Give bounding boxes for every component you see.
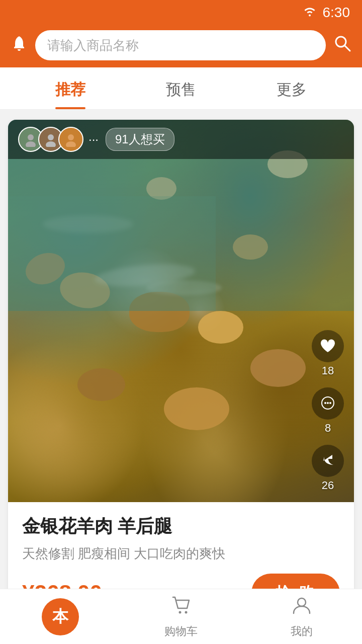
bell-icon[interactable]	[10, 34, 28, 56]
avatar-3	[58, 127, 83, 152]
bottom-nav: 本 购物车 我的	[0, 589, 362, 644]
like-button[interactable]: 18	[312, 330, 344, 377]
like-count: 18	[322, 364, 334, 377]
nav-cart[interactable]: 购物车	[121, 594, 241, 639]
nav-tabs: 推荐 预售 更多	[0, 67, 362, 110]
svg-point-12	[179, 611, 182, 614]
product-title: 金银花羊肉 羊后腿	[22, 514, 340, 539]
comment-icon	[312, 387, 344, 420]
svg-point-4	[48, 134, 54, 140]
svg-line-1	[345, 46, 350, 51]
svg-point-7	[66, 141, 76, 147]
wifi-icon	[303, 6, 317, 20]
search-icon[interactable]	[333, 34, 352, 57]
product-image	[8, 120, 354, 502]
profile-icon	[291, 594, 313, 621]
cart-label: 购物车	[164, 624, 198, 639]
cart-icon	[170, 594, 192, 621]
profile-label: 我的	[291, 624, 313, 639]
search-bar[interactable]: 请输入商品名称	[35, 30, 326, 60]
svg-point-5	[46, 141, 56, 147]
svg-point-10	[327, 402, 329, 404]
heart-icon	[312, 330, 344, 362]
svg-point-14	[298, 598, 306, 606]
top-overlay: ··· 91人想买	[8, 120, 354, 159]
comment-count: 8	[325, 422, 331, 435]
svg-point-6	[68, 134, 74, 140]
svg-point-13	[185, 611, 188, 614]
svg-point-11	[329, 402, 331, 404]
product-description: 天然修割 肥瘦相间 大口吃肉的爽快	[22, 545, 340, 562]
avatar-group	[18, 127, 83, 152]
share-count: 26	[322, 479, 334, 492]
right-actions: 18 8	[312, 330, 344, 492]
share-icon	[312, 445, 344, 477]
tab-presale[interactable]: 预售	[126, 67, 236, 109]
more-dots-icon: ···	[88, 132, 99, 146]
media-container: ··· 91人想买 18	[8, 120, 354, 502]
svg-point-3	[26, 141, 36, 147]
main-content: ··· 91人想买 18	[0, 110, 362, 634]
tab-more[interactable]: 更多	[236, 67, 347, 109]
comment-button[interactable]: 8	[312, 387, 344, 435]
svg-point-2	[28, 134, 34, 140]
product-card: ··· 91人想买 18	[8, 120, 354, 624]
home-icon: 本	[42, 598, 79, 635]
want-buy-badge[interactable]: 91人想买	[106, 128, 174, 151]
nav-home[interactable]: 本	[0, 598, 121, 635]
tab-recommend[interactable]: 推荐	[15, 67, 126, 109]
status-time: 6:30	[323, 5, 350, 21]
header: 请输入商品名称	[0, 25, 362, 67]
status-bar: 6:30	[0, 0, 362, 25]
search-placeholder: 请输入商品名称	[47, 37, 139, 54]
svg-point-9	[324, 402, 326, 404]
share-button[interactable]: 26	[312, 445, 344, 492]
nav-profile[interactable]: 我的	[241, 594, 362, 639]
